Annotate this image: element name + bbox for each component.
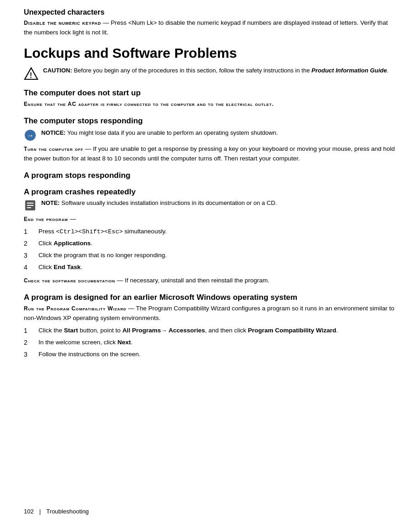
note-body: Software usually includes installation i… [61,199,277,206]
stops-responding-heading: The computer stops responding [24,116,396,126]
end-program-label: End the program [24,216,68,222]
svg-text:→: → [27,131,34,140]
footer-label: Troubleshooting [46,508,89,515]
disable-keypad-label: Disable the numeric keypad [24,20,101,26]
caution-label: CAUTION: [43,67,72,74]
unexpected-characters-title: Unexpected characters [24,8,396,17]
end-program-dash: — [70,215,76,222]
end-program-para: End the program — [24,215,396,224]
caution-text: CAUTION: Before you begin any of the pro… [43,66,388,75]
end-program-steps: 1 Press <Ctrl><Shift><Esc> simultaneousl… [24,227,396,272]
svg-rect-7 [27,207,31,208]
disable-keypad-dash: — [103,19,111,26]
turn-off-dash: — [85,145,93,152]
step-text: Click Applications. [38,239,93,248]
page-footer: 102 | Troubleshooting [24,508,396,515]
list-item: 3 Follow the instructions on the screen. [24,350,396,359]
program-stops-heading: A program stops responding [24,171,396,180]
step-text: Click End Task. [38,263,82,272]
page-content: Unexpected characters Disable the numeri… [24,8,396,359]
step-num: 1 [24,227,32,237]
run-wizard-dash: — [128,305,136,312]
caution-end: . [387,67,389,74]
caution-link: Product Information Guide [311,67,387,74]
lockups-heading: Lockups and Software Problems [24,45,396,61]
caution-body: Before you begin any of the procedures i… [74,67,311,74]
note-label: NOTE: [41,199,60,206]
turn-off-para: Turn the computer off — If you are unabl… [24,144,396,164]
svg-rect-5 [27,203,33,204]
list-item: 2 Click Applications. [24,239,396,248]
step-text: In the welcome screen, click Next. [38,338,133,347]
disable-keypad-para: Disable the numeric keypad — Press <Num … [24,18,396,38]
note-icon [24,199,37,212]
wizard-steps: 1 Click the Start button, point to All P… [24,326,396,359]
no-start-heading: The computer does not start up [24,88,396,98]
step-text: Follow the instructions on the screen. [38,350,141,359]
notice-text-container: NOTICE: You might lose data if you are u… [41,128,278,138]
earlier-os-heading: A program is designed for an earlier Mic… [24,293,396,302]
step-text: Press <Ctrl><Shift><Esc> simultaneously. [38,227,167,237]
notice-icon: → [24,129,37,142]
step-text: Click the program that is no longer resp… [38,251,167,260]
notice-label: NOTICE: [41,129,65,136]
ensure-label: Ensure that the AC adapter is firmly con… [24,101,274,107]
check-sw-label: Check the software documentation [24,277,115,284]
note-box: NOTE: Software usually includes installa… [24,199,396,212]
check-sw-para: Check the software documentation — If ne… [24,276,396,286]
check-sw-dash: — [117,277,125,284]
step-num: 3 [24,251,32,260]
caution-icon: ! [24,66,38,81]
run-wizard-para: Run the Program Compatibility Wizard — T… [24,304,396,323]
svg-rect-6 [27,205,33,206]
caution-box: ! CAUTION: Before you begin any of the p… [24,66,396,81]
turn-off-label: Turn the computer off [24,146,83,152]
step-num: 2 [24,239,32,248]
step-num: 4 [24,263,32,272]
step-num: 3 [24,350,32,359]
footer-page-number: 102 [24,508,34,515]
notice-body: You might lose data if you are unable to… [67,129,278,136]
list-item: 1 Click the Start button, point to All P… [24,326,396,336]
step-num: 2 [24,338,32,347]
step-num: 1 [24,326,32,336]
notice-box: → NOTICE: You might lose data if you are… [24,128,396,142]
ensure-para: Ensure that the AC adapter is firmly con… [24,99,396,109]
run-wizard-label: Run the Program Compatibility Wizard [24,305,126,312]
list-item: 4 Click End Task. [24,263,396,272]
list-item: 2 In the welcome screen, click Next. [24,338,396,347]
step-text: Click the Start button, point to All Pro… [38,326,338,336]
list-item: 1 Press <Ctrl><Shift><Esc> simultaneousl… [24,227,396,237]
program-crashes-heading: A program crashes repeatedly [24,188,396,197]
check-sw-text: If necessary, uninstall and then reinsta… [125,277,270,284]
footer-separator: | [39,508,41,515]
unexpected-characters-section: Unexpected characters Disable the numeri… [24,8,396,38]
svg-text:!: ! [30,72,32,79]
note-text-container: NOTE: Software usually includes installa… [41,199,277,208]
list-item: 3 Click the program that is no longer re… [24,251,396,260]
